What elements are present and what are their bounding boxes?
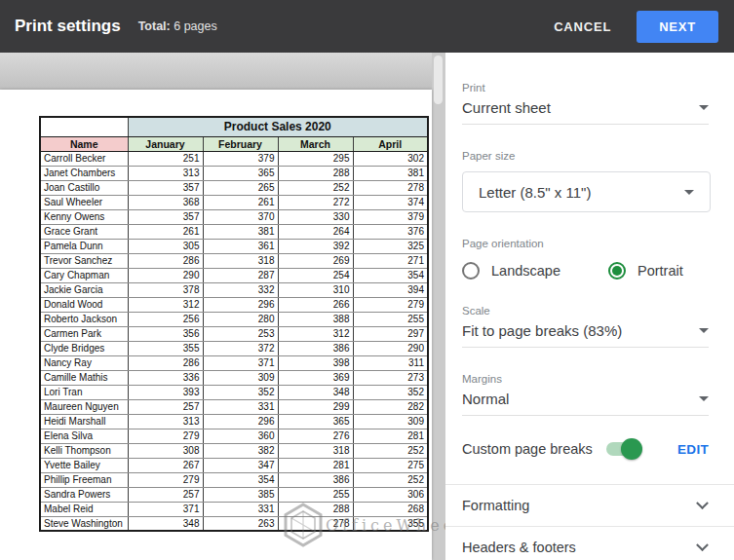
section-headers-footers[interactable]: Headers & footers bbox=[445, 527, 734, 560]
cell-value: 305 bbox=[128, 239, 203, 253]
cell-value: 295 bbox=[278, 151, 353, 166]
cell-value: 372 bbox=[203, 341, 278, 355]
cell-value: 266 bbox=[278, 297, 353, 312]
section-headers-footers-label: Headers & footers bbox=[462, 540, 576, 555]
cell-name: Lori Tran bbox=[40, 385, 128, 399]
cell-value: 296 bbox=[203, 414, 278, 429]
table-header-cell: Name bbox=[40, 136, 128, 151]
cell-name: Camille Mathis bbox=[40, 370, 128, 385]
table-header-row: NameJanuaryFebruaryMarchApril bbox=[40, 136, 428, 151]
table-row: Trevor Sanchez286318269271 bbox=[40, 253, 428, 268]
cell-value: 361 bbox=[203, 239, 278, 253]
cell-value: 261 bbox=[128, 224, 203, 239]
cell-value: 318 bbox=[203, 253, 278, 268]
cell-value: 253 bbox=[203, 326, 278, 341]
table-row: Yvette Bailey267347281275 bbox=[40, 458, 428, 472]
radio-landscape[interactable]: Landscape bbox=[462, 262, 608, 280]
chevron-down-icon bbox=[699, 105, 709, 110]
cell-value: 281 bbox=[353, 429, 428, 443]
table-row: Elena Silva279360276281 bbox=[40, 429, 428, 443]
cell-value: 309 bbox=[203, 370, 278, 385]
custom-page-breaks-toggle[interactable] bbox=[606, 442, 639, 456]
total-pages-text: Total: 6 pages bbox=[138, 19, 217, 33]
cell-name: Roberto Jackson bbox=[40, 312, 128, 326]
toggle-knob-icon bbox=[621, 438, 642, 460]
scale-select[interactable]: Fit to page breaks (83%) bbox=[462, 322, 709, 348]
cell-value: 279 bbox=[353, 297, 428, 312]
cell-value: 313 bbox=[128, 414, 203, 429]
cell-value: 332 bbox=[203, 282, 278, 297]
cell-value: 254 bbox=[278, 268, 353, 282]
cell-name: Heidi Marshall bbox=[40, 414, 128, 429]
section-formatting[interactable]: Formatting bbox=[445, 485, 734, 526]
table-row: Saul Wheeler368261272374 bbox=[40, 195, 428, 209]
print-select-value: Current sheet bbox=[462, 99, 551, 116]
cell-value: 312 bbox=[278, 326, 353, 341]
cell-value: 398 bbox=[278, 355, 353, 370]
cell-name: Sandra Powers bbox=[40, 487, 128, 502]
print-preview-pane: Product Sales 2020NameJanuaryFebruaryMar… bbox=[0, 53, 445, 560]
cell-value: 279 bbox=[128, 472, 203, 487]
cell-value: 296 bbox=[203, 297, 278, 312]
cell-name: Kenny Owens bbox=[40, 209, 128, 224]
cell-value: 360 bbox=[203, 429, 278, 443]
cell-value: 354 bbox=[353, 268, 428, 282]
radio-portrait[interactable]: Portrait bbox=[608, 262, 683, 280]
cell-value: 318 bbox=[278, 443, 353, 458]
cell-value: 370 bbox=[203, 209, 278, 224]
paper-size-select-value: Letter (8.5" x 11") bbox=[479, 184, 591, 201]
table-row: Joan Castillo357265252278 bbox=[40, 180, 428, 195]
table-row: Grace Grant261381264376 bbox=[40, 224, 428, 239]
table-row: Jackie Garcia378332310394 bbox=[40, 282, 428, 297]
cell-name: Pamela Dunn bbox=[40, 239, 128, 253]
cell-value: 355 bbox=[353, 516, 428, 531]
cell-value: 347 bbox=[203, 458, 278, 472]
cell-value: 331 bbox=[203, 502, 278, 516]
preview-page: Product Sales 2020NameJanuaryFebruaryMar… bbox=[0, 90, 432, 560]
table-row: Mabel Reid371331288268 bbox=[40, 502, 428, 516]
chevron-down-icon bbox=[696, 539, 709, 551]
preview-scrollbar[interactable] bbox=[434, 56, 443, 104]
table-title: Product Sales 2020 bbox=[128, 117, 428, 136]
radio-dot bbox=[612, 266, 622, 276]
preview-table: Product Sales 2020NameJanuaryFebruaryMar… bbox=[39, 116, 429, 532]
next-button[interactable]: NEXT bbox=[637, 11, 718, 43]
cell-value: 272 bbox=[278, 195, 353, 209]
cell-value: 263 bbox=[203, 516, 278, 531]
cell-value: 265 bbox=[203, 180, 278, 195]
margins-select[interactable]: Normal bbox=[462, 391, 709, 416]
print-select[interactable]: Current sheet bbox=[462, 99, 709, 125]
table-row: Heidi Marshall313296365309 bbox=[40, 414, 428, 429]
cell-value: 299 bbox=[278, 399, 353, 414]
cell-value: 386 bbox=[278, 472, 353, 487]
table-row: Cary Chapman290287254354 bbox=[40, 268, 428, 282]
table-header-cell: March bbox=[278, 136, 353, 151]
paper-size-select[interactable]: Letter (8.5" x 11") bbox=[462, 171, 711, 212]
cell-name: Clyde Bridges bbox=[40, 341, 128, 355]
custom-page-breaks-row: Custom page breaks EDIT bbox=[462, 441, 709, 457]
paper-size-field-label: Paper size bbox=[462, 150, 709, 162]
cell-name: Donald Wood bbox=[40, 297, 128, 312]
cell-value: 308 bbox=[128, 443, 203, 458]
table-row: Kelli Thompson308382318252 bbox=[40, 443, 428, 458]
radio-portrait-label: Portrait bbox=[637, 263, 683, 279]
cell-name: Phillip Freeman bbox=[40, 472, 128, 487]
table-row: Clyde Bridges355372386290 bbox=[40, 341, 428, 355]
table-header-cell: February bbox=[203, 136, 278, 151]
cell-value: 267 bbox=[128, 458, 203, 472]
cell-value: 282 bbox=[353, 399, 428, 414]
cell-value: 311 bbox=[353, 355, 428, 370]
cell-name: Carmen Park bbox=[40, 326, 128, 341]
table-row: Camille Mathis336309369273 bbox=[40, 370, 428, 385]
cell-value: 357 bbox=[128, 209, 203, 224]
cell-value: 255 bbox=[353, 312, 428, 326]
cell-value: 271 bbox=[353, 253, 428, 268]
edit-page-breaks-link[interactable]: EDIT bbox=[677, 442, 709, 457]
cell-value: 386 bbox=[278, 341, 353, 355]
cancel-button[interactable]: CANCEL bbox=[554, 19, 611, 34]
cell-value: 252 bbox=[353, 472, 428, 487]
preview-table-body: Product Sales 2020NameJanuaryFebruaryMar… bbox=[40, 117, 428, 531]
cell-value: 385 bbox=[203, 487, 278, 502]
cell-value: 381 bbox=[203, 224, 278, 239]
cell-value: 297 bbox=[353, 326, 428, 341]
